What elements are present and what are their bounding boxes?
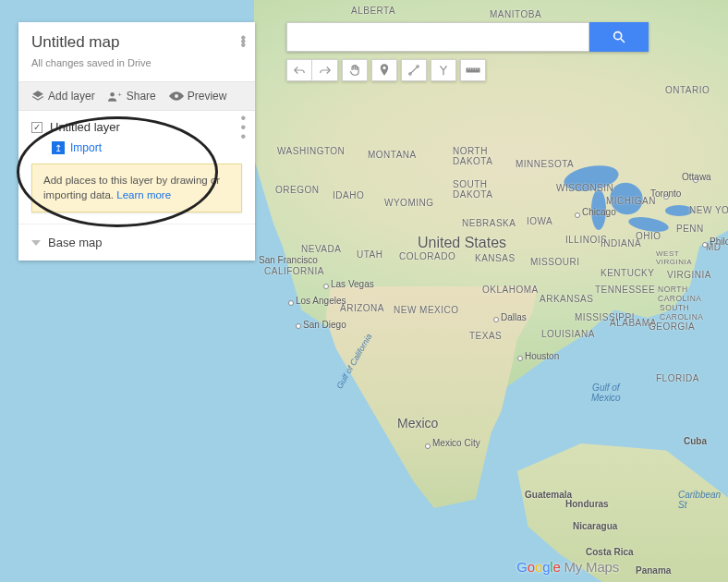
label-gulf-mexico: Gulf of Mexico (591, 382, 621, 403)
label-texas: TEXAS (469, 331, 502, 341)
label-newyork: NEW YORK (689, 205, 728, 215)
label-kentucky: KENTUCKY (601, 268, 654, 278)
map-title[interactable]: Untitled map (31, 33, 242, 52)
svg-point-12 (110, 92, 115, 97)
line-button[interactable] (401, 59, 427, 81)
panel-menu-button[interactable]: ••• (240, 33, 246, 44)
label-sdakota: SOUTH DAKOTA (453, 179, 503, 200)
city-dot-lv (323, 284, 329, 289)
label-louisiana: LOUISIANA (541, 329, 595, 339)
layers-icon (31, 90, 44, 103)
marker-button[interactable] (371, 59, 397, 81)
label-costarica: Costa Rica (586, 547, 634, 557)
layer-menu-button[interactable]: ••• (240, 114, 246, 141)
share-icon: + (108, 91, 123, 102)
share-button[interactable]: + Share (108, 90, 156, 103)
city-las-vegas: Las Vegas (331, 279, 374, 289)
save-status: All changes saved in Drive (31, 57, 242, 68)
hand-icon (348, 64, 361, 77)
svg-point-3 (409, 73, 411, 75)
learn-more-link[interactable]: Learn more (116, 189, 171, 200)
measure-button[interactable] (460, 59, 486, 81)
label-nicaragua: Nicaragua (573, 521, 617, 531)
city-los-angeles: Los Angeles (296, 296, 346, 306)
redo-button[interactable] (312, 59, 338, 81)
redo-icon (319, 65, 332, 76)
city-dot-chicago (575, 212, 580, 218)
city-mexico-city: Mexico City (432, 438, 480, 448)
svg-line-5 (411, 67, 417, 73)
chevron-down-icon (31, 240, 41, 246)
label-idaho: IDAHO (333, 190, 364, 200)
city-dot-sd (296, 323, 301, 329)
label-caribbean: Caribbean St (678, 490, 728, 510)
label-scarolina: SOUTH CAROLINA (660, 303, 713, 321)
label-utah: UTAH (357, 249, 382, 260)
layer-checkbox[interactable]: ✓ (31, 122, 42, 133)
preview-button[interactable]: Preview (169, 90, 227, 103)
map-tools (286, 59, 486, 81)
basemap-label: Base map (48, 236, 103, 249)
attribution: Google My Maps (516, 559, 619, 575)
label-oklahoma: OKLAHOMA (482, 285, 539, 295)
label-nevada: NEVADA (301, 244, 341, 254)
label-arkansas: ARKANSAS (540, 294, 593, 304)
label-penn: PENN (676, 224, 704, 234)
label-michigan: MICHIGAN (606, 196, 656, 206)
label-wva: WEST VIRGINIA (656, 249, 708, 266)
undo-icon (293, 65, 306, 76)
label-cuba: Cuba (684, 436, 707, 446)
add-layer-button[interactable]: Add layer (31, 90, 95, 103)
search-button[interactable] (589, 22, 649, 52)
layer-header[interactable]: ✓ Untitled layer ••• (18, 111, 255, 138)
eye-icon (169, 91, 184, 101)
panel-toolbar: Add layer + Share Preview (18, 81, 255, 111)
city-chicago: Chicago (582, 207, 616, 217)
svg-point-4 (417, 66, 419, 67)
add-layer-label: Add layer (48, 90, 95, 103)
layer-name: Untitled layer (50, 120, 120, 134)
label-minnesota: MINNESOTA (516, 159, 574, 169)
city-phil: Philo (710, 236, 728, 247)
label-united-states: United States (418, 235, 506, 251)
undo-button[interactable] (286, 59, 312, 81)
city-san-diego: San Diego (303, 320, 346, 330)
label-florida: FLORIDA (656, 373, 699, 383)
city-ottawa: Ottawa (682, 172, 711, 182)
map-panel: Untitled map All changes saved in Drive … (18, 22, 255, 261)
label-ncarolina: NORTH CAROLINA (658, 285, 711, 303)
layer-block: ✓ Untitled layer ••• ↥ Import Add places… (18, 111, 255, 224)
route-button[interactable] (431, 59, 456, 81)
panel-header: Untitled map All changes saved in Drive … (18, 22, 255, 74)
label-georgia: GEORGIA (649, 321, 695, 332)
label-colorado: COLORADO (399, 251, 455, 261)
import-label: Import (70, 141, 102, 154)
label-ohio: OHIO (636, 231, 661, 241)
label-montana: MONTANA (368, 150, 417, 160)
svg-point-14 (175, 94, 178, 98)
search-bar (286, 22, 649, 52)
import-button[interactable]: ↥ Import (18, 141, 255, 154)
label-nmexico: NEW MEXICO (394, 305, 459, 315)
label-panama: Panama (636, 565, 671, 576)
preview-label: Preview (188, 90, 227, 103)
search-icon (612, 30, 626, 44)
share-label: Share (127, 90, 156, 103)
city-dot-phil (702, 242, 708, 248)
city-houston: Houston (525, 351, 559, 361)
city-toronto: Toronto (650, 188, 681, 199)
city-dot-houston (517, 356, 523, 361)
label-oregon: OREGON (275, 185, 319, 195)
route-icon (437, 64, 450, 77)
label-washington: WASHINGTON (277, 146, 345, 156)
city-dallas: Dallas (501, 312, 527, 322)
label-alberta: ALBERTA (351, 6, 395, 16)
basemap-row[interactable]: Base map (18, 224, 255, 261)
label-kansas: KANSAS (475, 253, 516, 263)
pan-button[interactable] (342, 59, 368, 81)
layer-tip: Add places to this layer by drawing or i… (31, 164, 242, 212)
search-input[interactable] (286, 22, 589, 52)
svg-text:+: + (117, 91, 122, 99)
ruler-icon (466, 66, 480, 75)
svg-point-2 (382, 67, 385, 69)
